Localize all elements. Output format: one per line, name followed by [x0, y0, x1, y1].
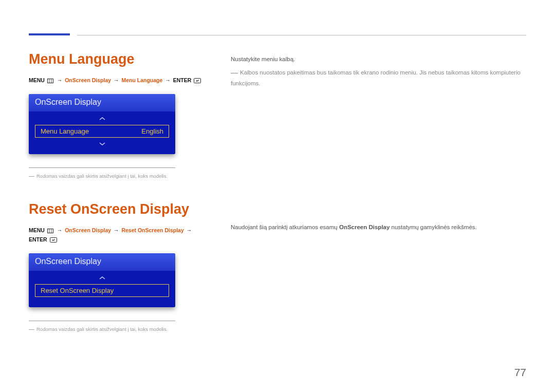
section1-description: Nustatykite meniu kalbą. ―Kalbos nuostat… [231, 54, 526, 88]
breadcrumb-step: OnScreen Display [65, 227, 111, 233]
header-accent-bar [29, 33, 70, 35]
footnote-text: ―Rodomas vaizdas gali skirtis atsižvelgi… [29, 172, 206, 180]
chevron-up-icon[interactable] [35, 275, 169, 281]
svg-rect-3 [194, 79, 201, 83]
body-line: Naudojant šią parinktį atkuriamos esamų … [231, 222, 526, 232]
header-rule [77, 35, 526, 35]
footnote-rule [29, 167, 175, 168]
osd-header: OnScreen Display [29, 253, 175, 271]
svg-rect-4 [47, 229, 53, 233]
section2-description: Naudojant šią parinktį atkuriamos esamų … [231, 222, 526, 232]
enter-icon [50, 237, 57, 245]
osd-panel-menu-language: OnScreen Display Menu Language English [29, 94, 175, 154]
osd-panel-reset: OnScreen Display Reset OnScreen Display [29, 253, 175, 307]
section-title-reset-osd: Reset OnScreen Display [29, 201, 206, 217]
osd-row-label: Menu Language [41, 127, 89, 135]
breadcrumb-menu-label: MENU [29, 77, 45, 83]
osd-header: OnScreen Display [29, 94, 175, 111]
osd-row-reset[interactable]: Reset OnScreen Display [35, 284, 169, 297]
svg-rect-7 [50, 237, 57, 242]
breadcrumb-step: Menu Language [121, 77, 162, 83]
breadcrumb-step: OnScreen Display [65, 77, 111, 83]
chevron-up-icon[interactable] [35, 116, 169, 122]
footnote-text: ―Rodomas vaizdas gali skirtis atsižvelgi… [29, 325, 206, 333]
breadcrumb-enter-label: ENTER [173, 77, 192, 83]
footnote-rule [29, 321, 175, 321]
enter-icon [194, 78, 201, 86]
osd-row-menu-language[interactable]: Menu Language English [35, 125, 169, 138]
section-title-menu-language: Menu Language [29, 51, 206, 67]
breadcrumb-reset-osd: MENU → OnScreen Display → Reset OnScreen… [29, 227, 206, 245]
breadcrumb-enter-label: ENTER [29, 236, 47, 242]
breadcrumb-menu-label: MENU [29, 227, 45, 233]
body-note: ―Kalbos nuostatos pakeitimas bus taikoma… [231, 67, 526, 88]
body-line: Nustatykite meniu kalbą. [231, 54, 526, 64]
breadcrumb-menu-language: MENU → OnScreen Display → Menu Language … [29, 77, 206, 86]
menu-grid-icon [47, 78, 53, 86]
svg-rect-0 [47, 79, 53, 83]
chevron-down-icon[interactable] [35, 141, 169, 147]
osd-row-value: English [141, 127, 163, 135]
breadcrumb-step: Reset OnScreen Display [121, 227, 183, 233]
osd-row-label: Reset OnScreen Display [41, 287, 114, 294]
menu-grid-icon [47, 228, 53, 236]
page-number: 77 [514, 366, 526, 379]
